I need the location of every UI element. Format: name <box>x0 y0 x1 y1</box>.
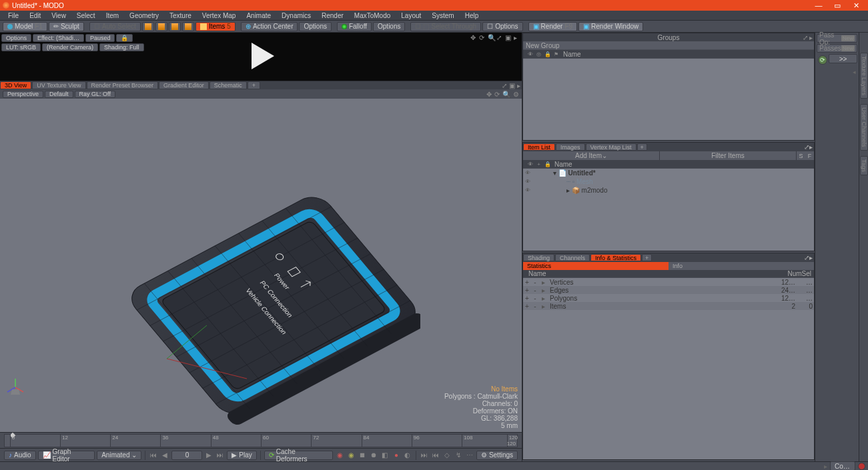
tr-btn-i[interactable]: ↯ <box>454 451 463 460</box>
viewtab-chevron-icon[interactable]: ▸ <box>517 82 520 89</box>
options3-button[interactable]: ☐Options <box>482 22 522 31</box>
groups-flag-col-icon[interactable]: ⚑ <box>552 51 560 57</box>
vtab-user-channels[interactable]: User Channels <box>860 104 868 151</box>
info-expand-icon[interactable]: ⤢ <box>804 254 809 261</box>
rpv-lut-button[interactable]: LUT: sRGB <box>1 43 41 51</box>
menu-dynamics[interactable]: Dynamics <box>276 12 316 19</box>
tab-info-add[interactable]: + <box>642 254 652 261</box>
rpv-chevron-icon[interactable]: ▸ <box>514 34 520 41</box>
record-button[interactable] <box>858 463 865 470</box>
go-start-button[interactable]: ⏮ <box>149 451 158 460</box>
menu-select[interactable]: Select <box>71 12 101 19</box>
vopt-move-icon[interactable]: ✥ <box>486 91 492 98</box>
tr-btn-d[interactable]: ● <box>392 451 401 460</box>
raygl-button[interactable]: Ray GL: Off <box>75 91 115 98</box>
action-center-button[interactable]: ⊕Action Center <box>241 22 298 31</box>
tab-render-preset[interactable]: Render Preset Browser <box>87 81 159 89</box>
pass-next-button[interactable]: >> <box>829 54 857 63</box>
sculpt-button[interactable]: ✏Sculpt <box>49 22 84 31</box>
menu-system[interactable]: System <box>426 12 459 19</box>
menu-view[interactable]: View <box>46 12 71 19</box>
polygon-select-button[interactable] <box>169 22 181 31</box>
maximize-button[interactable]: ▭ <box>828 1 847 10</box>
tree-row-scene[interactable]: 👁 ▾ 📄 Untitled* <box>523 169 814 177</box>
vtab-tags[interactable]: Tags <box>860 156 868 175</box>
tab-info-statistics[interactable]: Info & Statistics <box>590 254 641 261</box>
items-expand-icon[interactable]: ⤢ <box>804 143 809 151</box>
passes-field[interactable]: PassesNew <box>817 44 857 53</box>
items-lock-col-icon[interactable]: 🔒 <box>543 161 552 167</box>
statistics-header[interactable]: Statistics <box>523 262 669 270</box>
menu-geometry[interactable]: Geometry <box>124 12 164 19</box>
status-chevron-icon[interactable]: ▸ <box>824 463 827 470</box>
co-dropdown[interactable]: Co… <box>830 461 855 470</box>
menu-vertexmap[interactable]: Vertex Map <box>197 12 242 19</box>
s-button[interactable]: S <box>797 153 805 159</box>
vertex-select-button[interactable] <box>142 22 154 31</box>
tr-btn-g[interactable]: ⏮ <box>431 451 440 460</box>
info-header[interactable]: Info <box>669 262 814 270</box>
tab-channels[interactable]: Channels <box>555 254 590 261</box>
tab-vertex-map-list[interactable]: Vertex Map List <box>586 143 636 151</box>
items-chevron-icon[interactable]: ▸ <box>809 143 813 151</box>
tab-items-add[interactable]: + <box>637 143 647 151</box>
tree-row-m2modo[interactable]: 👁 ▸ 📦 m2modo <box>523 186 814 195</box>
graph-editor-button[interactable]: 📈Graph Editor <box>38 451 95 460</box>
options2-button[interactable]: Options <box>373 22 405 31</box>
tab-add[interactable]: + <box>248 81 260 89</box>
tree-row-mesh[interactable]: 👁 ┈ ▫ Mesh <box>523 177 814 186</box>
tab-3d-view[interactable]: 3D View <box>0 81 31 89</box>
play-preview-button[interactable] <box>245 40 277 73</box>
rpv-refresh-icon[interactable]: ⟳ <box>479 34 486 41</box>
step-fwd-button[interactable]: ▶ <box>204 451 213 460</box>
rpv-expand-icon[interactable]: ⤢ <box>496 34 503 41</box>
go-end-button[interactable]: ⏭ <box>215 451 225 460</box>
groups-lock-col-icon[interactable]: 🔒 <box>543 51 552 57</box>
menu-texture[interactable]: Texture <box>164 12 197 19</box>
new-group-button[interactable]: New Group <box>526 42 560 49</box>
groups-chevron-icon[interactable]: ▸ <box>809 34 813 41</box>
rpv-shading-button[interactable]: Shading: Full <box>99 43 144 51</box>
menu-item[interactable]: Item <box>101 12 124 19</box>
tr-btn-f[interactable]: ⏭ <box>420 451 429 460</box>
options1-button[interactable]: Options <box>299 22 331 31</box>
audio-button[interactable]: ♪Audio <box>4 451 36 460</box>
rpv-move-icon[interactable]: ✥ <box>470 34 477 41</box>
rpv-camera-button[interactable]: (Render Camera) <box>42 43 98 51</box>
items-eye-col-icon[interactable]: 👁 <box>526 161 534 167</box>
material-select-button[interactable] <box>182 22 194 31</box>
stat-row-edges[interactable]: +-▸Edges24…… <box>523 286 814 294</box>
menu-file[interactable]: File <box>3 12 24 19</box>
rpv-options-button[interactable]: Options <box>1 34 31 42</box>
viewtab-max-icon[interactable]: ▣ <box>509 82 515 89</box>
groups-expand-icon[interactable]: ⤢ <box>803 34 808 41</box>
tab-shading[interactable]: Shading <box>523 254 554 261</box>
select-through-button[interactable]: ☐⬚Select Through <box>410 22 481 31</box>
pass-opts-field[interactable]: Pass Op:New <box>817 34 857 43</box>
vopt-zoom-icon[interactable]: 🔍 <box>502 91 510 98</box>
tr-btn-c[interactable]: ◧ <box>380 451 390 460</box>
render-button[interactable]: ▣RenderF9 <box>528 22 577 31</box>
viewtab-expand-icon[interactable]: ⤢ <box>502 82 507 89</box>
vopt-gear-icon[interactable]: ⚙ <box>513 91 519 98</box>
items-button[interactable]: Items5 <box>195 22 236 31</box>
tr-btn-e[interactable]: ◐ <box>403 451 412 460</box>
menu-animate[interactable]: Animate <box>241 12 276 19</box>
rpv-max-icon[interactable]: ▣ <box>505 34 512 41</box>
sim-icon2[interactable]: ◉ <box>346 451 356 460</box>
menu-render[interactable]: Render <box>316 12 349 19</box>
stat-row-items[interactable]: +-▸Items20 <box>523 302 814 310</box>
tr-btn-b[interactable]: ⏺ <box>369 451 378 460</box>
items-plus-col-icon[interactable]: + <box>534 161 543 167</box>
tr-btn-j[interactable]: ⋯ <box>465 451 474 460</box>
tab-gradient-editor[interactable]: Gradient Editor <box>159 81 209 89</box>
sim-icon1[interactable]: ◉ <box>335 451 344 460</box>
render-window-button[interactable]: ▣Render Window <box>578 22 643 31</box>
f-button[interactable]: F <box>805 153 814 159</box>
edge-select-button[interactable] <box>155 22 167 31</box>
vopt-refresh-icon[interactable]: ⟳ <box>494 91 500 98</box>
timeline[interactable]: 0 12 24 36 48 60 72 84 96 108 120 120 <box>0 432 522 448</box>
tab-schematic[interactable]: Schematic <box>209 81 247 89</box>
perspective-button[interactable]: Perspective <box>3 91 43 98</box>
autoselect-button[interactable]: ☐Auto Select <box>89 22 141 31</box>
